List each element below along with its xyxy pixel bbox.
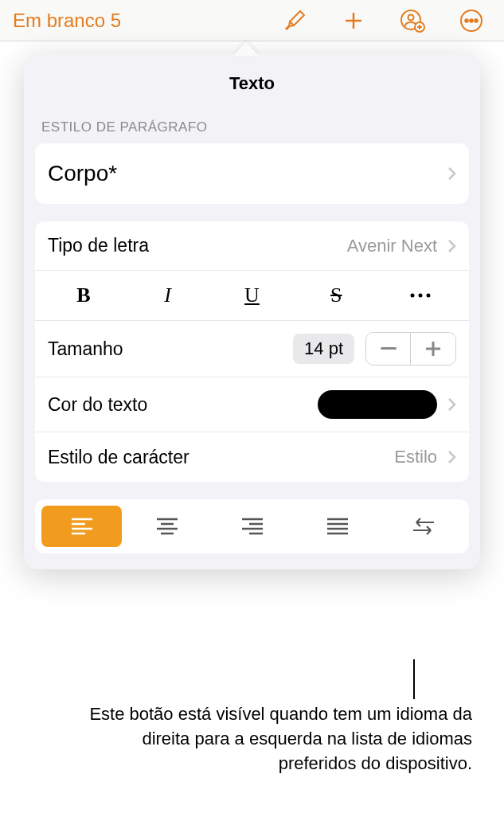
more-format-button[interactable]: [397, 280, 444, 311]
svg-point-3: [408, 14, 414, 20]
size-label: Tamanho: [48, 338, 293, 360]
char-style-label: Estilo de carácter: [48, 447, 394, 468]
svg-point-9: [470, 19, 473, 22]
format-popover: Texto ESTILO DE PARÁGRAFO Corpo* Tipo de…: [24, 54, 480, 569]
format-buttons-row: B I U S: [35, 271, 469, 321]
popover-title: Texto: [24, 54, 480, 119]
align-center-button[interactable]: [127, 506, 207, 547]
text-color-row[interactable]: Cor do texto: [35, 377, 469, 432]
size-increase-button[interactable]: [411, 333, 455, 365]
svg-rect-14: [381, 347, 397, 350]
align-left-button[interactable]: [41, 506, 122, 547]
font-row[interactable]: Tipo de letra Avenir Next: [35, 221, 469, 271]
size-value[interactable]: 14 pt: [293, 334, 354, 364]
chevron-right-icon: [447, 397, 456, 412]
toolbar: Em branco 5: [0, 0, 504, 41]
align-right-button[interactable]: [212, 506, 292, 547]
align-justify-button[interactable]: [297, 506, 377, 547]
plus-icon[interactable]: [340, 7, 367, 34]
chevron-right-icon: [447, 166, 456, 181]
paragraph-style-card: Corpo*: [35, 143, 469, 204]
paragraph-style-value: Corpo*: [48, 161, 437, 186]
collaborate-icon[interactable]: [399, 7, 426, 34]
callout-text: Este botão está visível quando tem um id…: [76, 702, 472, 776]
char-style-value: Estilo: [394, 447, 437, 467]
more-icon[interactable]: [458, 7, 485, 34]
strikethrough-button[interactable]: S: [312, 280, 360, 311]
color-label: Cor do texto: [48, 394, 318, 416]
paragraph-style-row[interactable]: Corpo*: [35, 143, 469, 204]
color-swatch: [318, 390, 437, 419]
italic-button[interactable]: I: [144, 280, 192, 311]
alignment-card: [35, 499, 469, 553]
svg-point-12: [419, 294, 423, 298]
callout-line: [413, 659, 415, 699]
svg-point-11: [411, 294, 415, 298]
character-style-row[interactable]: Estilo de carácter Estilo: [35, 432, 469, 482]
font-label: Tipo de letra: [48, 235, 347, 256]
brush-icon[interactable]: [281, 7, 308, 34]
text-direction-button[interactable]: [382, 506, 463, 547]
size-stepper: [365, 332, 456, 365]
section-header: ESTILO DE PARÁGRAFO: [24, 119, 480, 143]
bold-button[interactable]: B: [60, 280, 107, 311]
toolbar-icons: [281, 7, 485, 34]
document-title[interactable]: Em branco 5: [13, 10, 281, 32]
popover-arrow: [233, 41, 259, 56]
size-decrease-button[interactable]: [366, 333, 411, 365]
svg-point-10: [475, 19, 478, 22]
text-settings-card: Tipo de letra Avenir Next B I U S Tamanh…: [35, 221, 469, 482]
svg-point-8: [465, 19, 468, 22]
chevron-right-icon: [447, 239, 456, 253]
size-row: Tamanho 14 pt: [35, 321, 469, 377]
underline-button[interactable]: U: [228, 280, 275, 311]
font-value: Avenir Next: [347, 236, 437, 256]
chevron-right-icon: [447, 450, 456, 464]
svg-point-13: [427, 294, 431, 298]
